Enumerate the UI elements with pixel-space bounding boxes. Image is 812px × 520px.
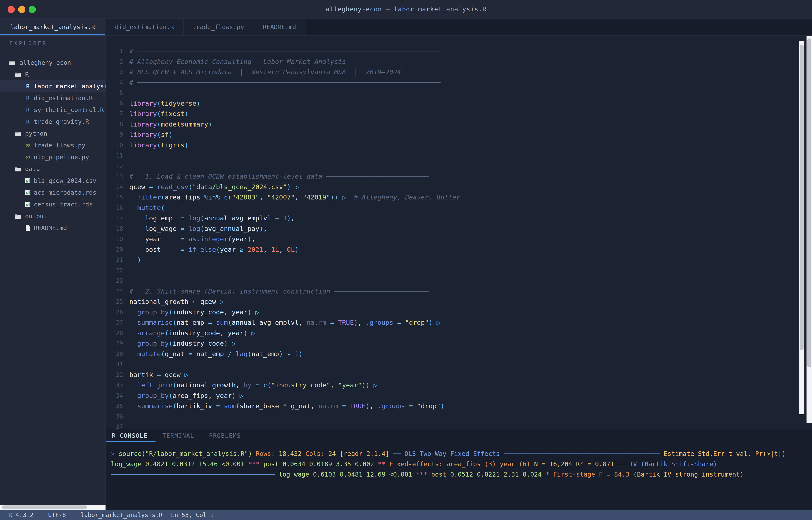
file-tree-label: census_tract.rds <box>34 201 93 208</box>
zoom-window-button[interactable] <box>29 6 36 13</box>
sidebar-item-trade-flows-py[interactable]: trade_flows.py <box>0 139 106 151</box>
code-line[interactable]: 17 log_emp = log(annual_avg_emplvl + 1), <box>106 213 812 224</box>
sidebar-item-nlp-pipeline-py[interactable]: nlp_pipeline.py <box>0 151 106 163</box>
code-line[interactable]: 4# ─────────────────────────────────────… <box>106 77 812 88</box>
code-line[interactable]: 34 group_by(area_fips, year) ▷ <box>106 391 812 401</box>
code-line[interactable]: 32bartik ← qcew ▷ <box>106 370 812 380</box>
sidebar-folder-r[interactable]: R <box>0 69 106 80</box>
code-line[interactable]: 35 summarise(bartik_iv = sum(share_base … <box>106 401 812 411</box>
sidebar-item-synthetic-control-r[interactable]: Rsynthetic_control.R <box>0 104 106 116</box>
tab-trade-flows-py[interactable]: trade_flows.py <box>183 19 253 35</box>
code-text: left_join(national_growth, by = c("indus… <box>129 380 377 391</box>
file-tree-label: data <box>25 165 40 173</box>
scrollbar-thumb[interactable] <box>807 38 811 367</box>
code-line[interactable]: 23 <box>106 276 812 286</box>
code-line[interactable]: 22 <box>106 265 812 276</box>
code-line[interactable]: 3# BLS QCEW + ACS Microdata | Western Pe… <box>106 67 812 77</box>
close-window-button[interactable] <box>7 6 15 13</box>
code-line[interactable]: 24# — 2. Shift-share (Bartik) instrument… <box>106 286 812 297</box>
console-tab-problems[interactable]: PROBLEMS <box>209 429 241 442</box>
line-number: 20 <box>106 244 129 255</box>
sidebar-item-readme-md[interactable]: README.md <box>0 222 106 234</box>
code-line[interactable]: 25national_growth ← qcew ▷ <box>106 296 812 307</box>
editor-vertical-scrollbar[interactable] <box>799 41 805 414</box>
console-tab-terminal[interactable]: TERMINAL <box>163 429 194 442</box>
scrollbar-thumb[interactable] <box>800 45 804 350</box>
sidebar-folder-data[interactable]: data <box>0 163 106 175</box>
code-line[interactable]: 2# Allegheny Economic Consulting — Labor… <box>106 56 812 67</box>
window-title: allegheny-econ — labor_market_analysis.R <box>0 5 812 13</box>
file-tree-label: README.md <box>34 224 67 232</box>
scrollbar-thumb[interactable] <box>2 505 87 509</box>
sidebar-item-bls-qcew-2024-csv[interactable]: bls_qcew_2024.csv <box>0 175 106 187</box>
code-text: mutate(g_nat = nat_emp / lag(nat_emp) - … <box>129 349 303 359</box>
code-line[interactable]: 29 group_by(industry_code) ▷ <box>106 338 812 349</box>
tab-did-estimation-r[interactable]: did_estimation.R <box>105 19 183 35</box>
console-line: > source("R/labor_market_analysis.R") Ro… <box>111 448 810 459</box>
code-line[interactable]: 18 log_wage = log(avg_annual_pay), <box>106 224 812 234</box>
code-line[interactable]: 12 <box>106 161 812 172</box>
code-line[interactable]: 7library(fixest) <box>106 109 812 119</box>
code-line[interactable]: 26 group_by(industry_code, year) ▷ <box>106 307 812 317</box>
r-file-icon: R <box>26 83 29 89</box>
data-file-icon <box>25 178 31 184</box>
console-output[interactable]: > source("R/labor_market_analysis.R") Ro… <box>111 448 810 479</box>
code-line[interactable]: 13# — 1. Load & clean QCEW establishment… <box>106 171 812 182</box>
sidebar-folder-allegheny-econ[interactable]: allegheny-econ <box>0 57 106 69</box>
window-vertical-scrollbar[interactable] <box>807 36 812 423</box>
code-text: log_emp = log(annual_avg_emplvl + 1), <box>129 213 295 224</box>
code-line[interactable]: 28 arrange(industry_code, year) ▷ <box>106 328 812 338</box>
code-line[interactable]: 30 mutate(g_nat = nat_emp / lag(nat_emp)… <box>106 349 812 359</box>
code-line[interactable]: 1# ─────────────────────────────────────… <box>106 46 812 56</box>
line-number: 2 <box>106 56 129 67</box>
file-tree-label: labor_market_analysis.R <box>34 83 106 90</box>
code-line[interactable]: 8library(modelsummary) <box>106 119 812 130</box>
file-tree: allegheny-econRRlabor_market_analysis.RR… <box>0 57 105 234</box>
sidebar-folder-python[interactable]: python <box>0 128 106 139</box>
line-number: 1 <box>106 46 129 56</box>
code-line[interactable]: 33 left_join(national_growth, by = c("in… <box>106 380 812 391</box>
code-line[interactable]: 9library(sf) <box>106 129 812 140</box>
sidebar-item-census-tract-rds[interactable]: census_tract.rds <box>0 199 106 210</box>
file-tree-label: R <box>25 71 29 78</box>
code-line[interactable]: 20 post = if_else(year ≥ 2021, 1L, 0L) <box>106 244 812 255</box>
code-editor[interactable]: 1# ─────────────────────────────────────… <box>106 36 812 429</box>
code-line[interactable]: 5 <box>106 88 812 98</box>
code-line[interactable]: 15 filter(area_fips %in% c("42003", "420… <box>106 192 812 203</box>
code-text: year = as.integer(year), <box>129 234 255 244</box>
sidebar-horizontal-scrollbar[interactable] <box>0 504 106 510</box>
code-line[interactable]: 19 year = as.integer(year), <box>106 234 812 244</box>
code-text: qcew ← read_csv("data/bls_qcew_2024.csv"… <box>129 182 299 192</box>
code-line[interactable]: 16 mutate( <box>106 203 812 213</box>
code-text: # BLS QCEW + ACS Microdata | Western Pen… <box>129 67 401 77</box>
code-text: library(tidyverse) <box>129 98 200 109</box>
code-line[interactable]: 31 <box>106 359 812 370</box>
sidebar-item-acs-microdata-rds[interactable]: acs_microdata.rds <box>0 187 106 199</box>
sidebar-folder-output[interactable]: output <box>0 210 106 222</box>
sidebar-item-labor-market-analysis-r[interactable]: Rlabor_market_analysis.R <box>0 80 106 92</box>
code-line[interactable]: 27 summarise(nat_emp = sum(annual_avg_em… <box>106 317 812 328</box>
status-cursor-position: Ln 53, Col 1 <box>171 512 214 519</box>
minimize-window-button[interactable] <box>18 6 25 13</box>
line-number: 19 <box>106 234 129 244</box>
code-line[interactable]: 21 ) <box>106 255 812 265</box>
code-line[interactable]: 36 <box>106 411 812 422</box>
code-lines: 1# ─────────────────────────────────────… <box>106 36 812 429</box>
tab-readme-md[interactable]: README.md <box>253 19 306 35</box>
sidebar-item-did-estimation-r[interactable]: Rdid_estimation.R <box>0 92 106 104</box>
line-number: 8 <box>106 119 129 130</box>
code-line[interactable]: 37 <box>106 422 812 429</box>
console-tab-r-console[interactable]: R CONSOLE <box>112 429 148 442</box>
explorer-header: EXPLORER <box>9 41 48 46</box>
markdown-file-icon <box>25 225 31 231</box>
sidebar-item-trade-gravity-r[interactable]: Rtrade_gravity.R <box>0 116 106 128</box>
code-line[interactable]: 11 <box>106 150 812 161</box>
code-text: library(fixest) <box>129 109 189 119</box>
code-line[interactable]: 10library(tigris) <box>106 140 812 151</box>
file-tree-label: output <box>25 212 47 220</box>
tab-labor-market-analysis-r[interactable]: labor_market_analysis.R <box>0 19 105 35</box>
code-line[interactable]: 6library(tidyverse) <box>106 98 812 109</box>
code-line[interactable]: 14qcew ← read_csv("data/bls_qcew_2024.cs… <box>106 182 812 192</box>
line-number: 12 <box>106 161 129 172</box>
line-number: 9 <box>106 129 129 140</box>
